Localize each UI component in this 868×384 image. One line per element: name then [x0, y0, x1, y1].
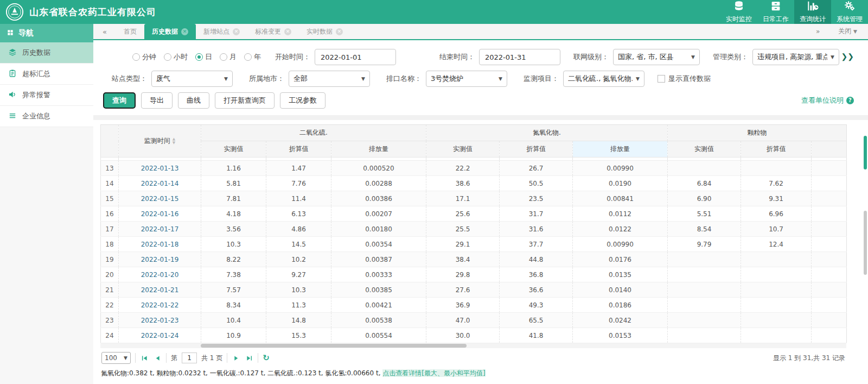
tabs-scroll-right-icon[interactable]: » [816, 28, 820, 35]
date-link[interactable]: 2022-01-24 [141, 332, 179, 339]
operating-parameters-button[interactable]: 工况参数 [280, 92, 326, 109]
monitor-time-column-header[interactable]: 监测时间▲▼ [119, 125, 201, 158]
date-link[interactable]: 2022-01-19 [141, 256, 179, 263]
sidebar-item-abnormal-alarm[interactable]: 异常报警 [0, 85, 93, 106]
radio-hour[interactable]: 小时 [164, 52, 188, 62]
next-page-icon[interactable] [232, 354, 240, 362]
tab-history-data[interactable]: 历史数据 ✕ [144, 24, 196, 39]
so2-measured-header[interactable]: 实测值 [201, 141, 266, 158]
date-link[interactable]: 2022-01-13 [141, 165, 179, 172]
horizontal-scrollbar-thumb[interactable] [201, 344, 467, 348]
date-link[interactable]: 2022-01-16 [141, 210, 179, 218]
horizontal-scrollbar[interactable] [100, 343, 846, 348]
date-link[interactable]: 2022-01-15 [141, 195, 179, 203]
row-index: 15 [101, 191, 119, 206]
tab-home[interactable]: 首页 [116, 24, 144, 39]
curve-button[interactable]: 曲线 [178, 92, 209, 109]
value-cell: 8.34 [201, 298, 266, 313]
date-link[interactable]: 2022-01-18 [141, 241, 179, 248]
value-cell: 0.00386 [331, 191, 426, 206]
tab-realtime-data[interactable]: 实时数据 ✕ [299, 24, 350, 39]
nox-measured-header[interactable]: 实测值 [426, 141, 500, 158]
date-link[interactable]: 2022-01-22 [141, 301, 179, 309]
start-time-input[interactable] [315, 49, 396, 65]
value-cell: 41.8 [500, 328, 573, 343]
table-scrollbar-thumb[interactable] [864, 211, 867, 275]
table-row[interactable]: 182022-01-1810.314.50.0035429.137.70.009… [101, 237, 847, 252]
table-row[interactable]: 222022-01-228.3411.30.0042136.949.30.018… [101, 298, 847, 313]
grid-icon [7, 29, 14, 38]
close-tab-icon[interactable]: ✕ [336, 28, 343, 35]
close-tab-icon[interactable]: ✕ [181, 28, 188, 35]
network-level-select[interactable]: 国家, 省, 市, 区县▼ [613, 49, 700, 65]
close-tab-icon[interactable]: ✕ [284, 28, 291, 35]
table-row[interactable]: 172022-01-173.564.860.0018025.531.60.012… [101, 222, 847, 237]
topnav-realtime-monitor[interactable]: 实时监控 [720, 0, 757, 24]
station-type-select[interactable]: 废气▼ [151, 71, 233, 87]
topnav-system-management[interactable]: 系统管理 [831, 0, 868, 24]
prev-page-icon[interactable] [153, 354, 162, 362]
outlet-name-select[interactable]: 3号焚烧炉▼ [426, 71, 507, 87]
table-row[interactable]: 142022-01-145.817.760.0028838.650.50.019… [101, 176, 847, 191]
sort-icon[interactable]: ▲▼ [173, 137, 175, 145]
collapse-filters-icon[interactable]: ❯❯ [841, 52, 854, 61]
tabs-scroll-left-icon[interactable]: « [93, 28, 116, 39]
pm-measured-header[interactable]: 实测值 [668, 141, 741, 158]
date-link[interactable]: 2022-01-17 [141, 225, 179, 233]
page-size-select[interactable]: 100▼ [101, 352, 131, 364]
value-cell [741, 313, 812, 328]
export-button[interactable]: 导出 [141, 92, 173, 109]
refresh-icon[interactable]: ↻ [263, 353, 270, 363]
tab-standard-change[interactable]: 标准变更 ✕ [247, 24, 299, 39]
date-link[interactable]: 2022-01-21 [141, 286, 179, 294]
table-row[interactable]: 162022-01-164.186.130.0020725.631.70.011… [101, 206, 847, 222]
manage-category-select[interactable]: 违规项目, 高架源, 重点排▼ [752, 49, 839, 65]
city-select[interactable]: 全部▼ [289, 71, 370, 87]
sidebar-item-exceedance-summary[interactable]: 超标汇总 [0, 64, 93, 85]
end-time-input[interactable] [479, 49, 560, 65]
table-row[interactable]: 242022-01-2410.915.30.0055430.041.80.015… [101, 328, 847, 343]
radio-year[interactable]: 年 [244, 52, 261, 62]
nox-converted-header[interactable]: 折算值 [500, 141, 573, 158]
table-row[interactable]: 232022-01-2310.414.80.0053847.065.50.024… [101, 313, 847, 328]
tab-new-station[interactable]: 新增站点 ✕ [196, 24, 247, 39]
sidebar-item-history-data[interactable]: 历史数据 [0, 42, 93, 64]
view-details-link[interactable]: 点击查看详情[最大、最小和平均值] [382, 369, 485, 377]
radio-month[interactable]: 月 [220, 52, 237, 62]
so2-converted-header[interactable]: 折算值 [266, 141, 331, 158]
monitor-items-select[interactable]: 二氧化硫., 氮氧化物., 颗粒▼ [563, 71, 644, 87]
date-link[interactable]: 2022-01-23 [141, 317, 179, 324]
page-number-input[interactable] [182, 352, 197, 363]
monitor-time-cell: 2022-01-16 [119, 206, 201, 222]
so2-emission-header[interactable]: 排放量 [331, 141, 426, 158]
radio-minute[interactable]: 分钟 [132, 52, 156, 62]
show-direct-data-checkbox[interactable]: 显示直传数据 [658, 74, 711, 84]
last-page-icon[interactable] [245, 354, 253, 362]
monitor-time-cell: 2022-01-22 [119, 298, 201, 313]
sidebar-item-company-info[interactable]: 企业信息 [0, 106, 93, 127]
table-row[interactable]: 202022-01-207.389.270.0033329.836.80.013… [101, 267, 847, 282]
value-cell: 0.0242 [573, 313, 668, 328]
radio-day[interactable]: 日 [195, 52, 212, 62]
value-cell [741, 252, 812, 267]
date-link[interactable]: 2022-01-20 [141, 271, 179, 279]
unit-description-link[interactable]: 查看单位说明 ? [801, 96, 854, 105]
first-page-icon[interactable] [140, 354, 149, 362]
open-new-query-page-button[interactable]: 打开新查询页 [215, 92, 275, 109]
pm-converted-header[interactable]: 折算值 [741, 141, 812, 158]
table-row[interactable]: 152022-01-157.8111.40.0038617.123.50.008… [101, 191, 847, 206]
close-menu-button[interactable]: 关闭 ▼ [838, 27, 857, 36]
value-cell: 36.9 [426, 298, 500, 313]
table-row[interactable]: 192022-01-198.2210.20.0038738.444.80.017… [101, 252, 847, 267]
date-link[interactable]: 2022-01-14 [141, 180, 179, 187]
close-tab-icon[interactable]: ✕ [233, 28, 240, 35]
table-row[interactable]: 212022-01-217.5710.30.0038527.636.60.014… [101, 282, 847, 298]
table-row[interactable]: 132022-01-131.161.470.00052022.226.70.00… [101, 161, 847, 176]
radio-circle-icon [164, 53, 171, 61]
nox-emission-header[interactable]: 排放量 [573, 141, 668, 158]
filter-panel: 分钟 小时 日 月 年 开始时间： 结束时间： 联网级别： 国家, 省, 市, … [93, 40, 868, 115]
page-scrollbar-thumb[interactable] [864, 136, 867, 169]
topnav-query-statistics[interactable]: 查询统计 [794, 0, 831, 24]
query-button[interactable]: 查询 [103, 92, 136, 109]
topnav-daily-work[interactable]: 日常工作 [757, 0, 794, 24]
